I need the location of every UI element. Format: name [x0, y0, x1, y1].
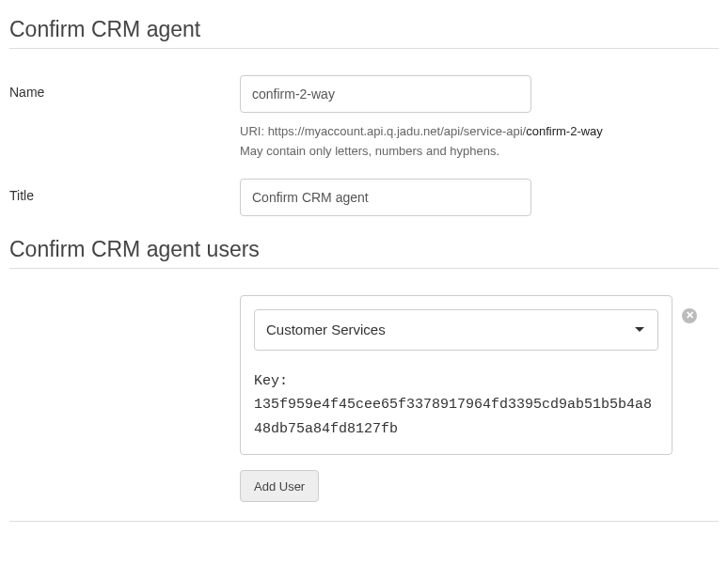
name-input[interactable] [240, 75, 531, 113]
title-label: Title [9, 179, 240, 203]
user-select[interactable]: Customer Services [254, 309, 658, 351]
add-user-button[interactable]: Add User [240, 470, 319, 502]
remove-user-icon[interactable]: ✕ [682, 308, 697, 323]
name-hint-text: May contain only letters, numbers and hy… [240, 142, 719, 162]
user-card: Customer Services Key: 135f959e4f45cee65… [240, 295, 673, 456]
name-label: Name [9, 75, 240, 100]
section-divider [9, 521, 719, 522]
section-heading-crm-agent: Confirm CRM agent [9, 17, 719, 49]
key-value: 135f959e4f45cee65f3378917964fd3395cd9ab5… [254, 393, 658, 441]
key-label: Key: [254, 369, 658, 394]
uri-help-text: URI: https://myaccount.api.q.jadu.net/ap… [240, 122, 719, 142]
section-heading-crm-agent-users: Confirm CRM agent users [9, 237, 719, 269]
title-input[interactable] [240, 179, 531, 216]
